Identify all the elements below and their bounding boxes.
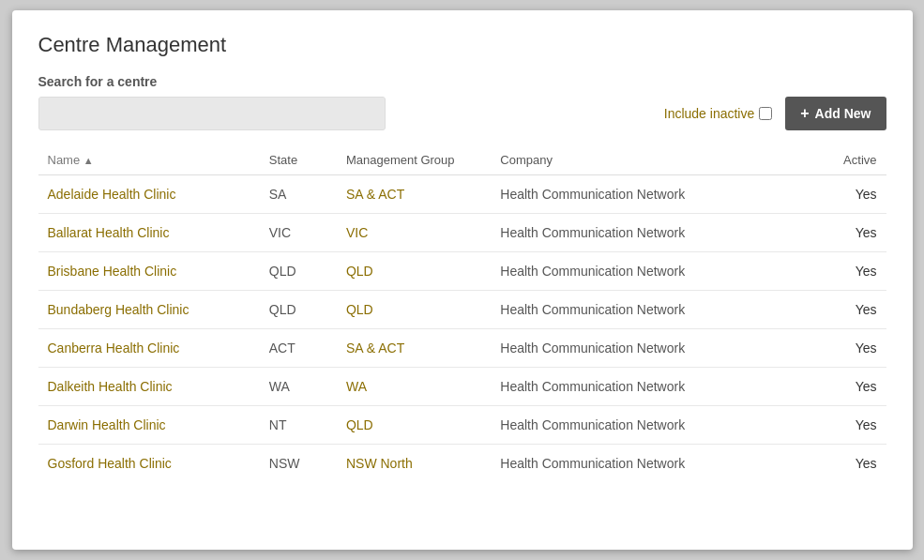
- add-new-button[interactable]: + Add New: [785, 97, 886, 130]
- include-inactive-checkbox[interactable]: [759, 107, 772, 120]
- centre-name-cell[interactable]: Canberra Health Clinic: [38, 329, 260, 368]
- col-header-company[interactable]: Company: [491, 145, 828, 175]
- centre-management-group-cell: WA: [337, 368, 491, 406]
- col-header-active[interactable]: Active: [828, 145, 886, 175]
- centre-name-cell[interactable]: Brisbane Health Clinic: [38, 252, 260, 291]
- centre-active-cell: Yes: [828, 368, 886, 406]
- centre-name-cell[interactable]: Dalkeith Health Clinic: [38, 368, 260, 406]
- centre-management-group-cell: SA & ACT: [337, 175, 491, 214]
- centre-management-group-cell: QLD: [337, 252, 491, 291]
- col-header-state[interactable]: State: [260, 145, 337, 175]
- centre-company-cell: Health Communication Network: [491, 368, 828, 406]
- centre-company-cell: Health Communication Network: [491, 445, 828, 483]
- centre-state-cell: VIC: [260, 214, 337, 252]
- table-header-row: Name ▲ State Management Group Company Ac…: [38, 145, 886, 175]
- centre-management-group-cell: VIC: [337, 214, 491, 252]
- search-controls: Include inactive + Add New: [664, 97, 886, 130]
- plus-icon: +: [800, 105, 809, 122]
- centre-name-cell[interactable]: Bundaberg Health Clinic: [38, 291, 260, 329]
- table-row: Adelaide Health ClinicSASA & ACTHealth C…: [38, 175, 886, 214]
- centre-active-cell: Yes: [828, 214, 886, 252]
- centre-company-cell: Health Communication Network: [491, 291, 828, 329]
- table-row: Ballarat Health ClinicVICVICHealth Commu…: [38, 214, 886, 252]
- centre-company-cell: Health Communication Network: [491, 252, 828, 291]
- centre-active-cell: Yes: [828, 291, 886, 329]
- include-inactive-label[interactable]: Include inactive: [664, 106, 773, 121]
- centre-management-group-cell: NSW North: [337, 445, 491, 483]
- centre-name-cell[interactable]: Ballarat Health Clinic: [38, 214, 260, 252]
- search-section-label: Search for a centre: [38, 74, 886, 89]
- centre-company-cell: Health Communication Network: [491, 214, 828, 252]
- table-row: Dalkeith Health ClinicWAWAHealth Communi…: [38, 368, 886, 406]
- table-row: Brisbane Health ClinicQLDQLDHealth Commu…: [38, 252, 886, 291]
- centre-active-cell: Yes: [828, 329, 886, 368]
- centre-active-cell: Yes: [828, 406, 886, 445]
- search-row: Include inactive + Add New: [38, 97, 886, 130]
- centres-table: Name ▲ State Management Group Company Ac…: [38, 145, 886, 482]
- centre-state-cell: SA: [260, 175, 337, 214]
- page-title: Centre Management: [38, 33, 886, 57]
- centre-name-cell[interactable]: Adelaide Health Clinic: [38, 175, 260, 214]
- centre-state-cell: WA: [260, 368, 337, 406]
- centre-company-cell: Health Communication Network: [491, 329, 828, 368]
- centre-name-cell[interactable]: Gosford Health Clinic: [38, 445, 260, 483]
- col-header-name[interactable]: Name ▲: [38, 145, 260, 175]
- centre-management-group-cell: QLD: [337, 406, 491, 445]
- centre-active-cell: Yes: [828, 252, 886, 291]
- centre-state-cell: ACT: [260, 329, 337, 368]
- search-input[interactable]: [38, 97, 386, 130]
- main-window: Centre Management Search for a centre In…: [12, 10, 913, 550]
- centre-active-cell: Yes: [828, 175, 886, 214]
- col-header-management-group[interactable]: Management Group: [337, 145, 491, 175]
- table-row: Bundaberg Health ClinicQLDQLDHealth Comm…: [38, 291, 886, 329]
- centre-management-group-cell: QLD: [337, 291, 491, 329]
- centre-management-group-cell: SA & ACT: [337, 329, 491, 368]
- centre-company-cell: Health Communication Network: [491, 175, 828, 214]
- sort-arrow-icon: ▲: [83, 155, 94, 166]
- centre-state-cell: NSW: [260, 445, 337, 483]
- centre-state-cell: QLD: [260, 291, 337, 329]
- table-row: Canberra Health ClinicACTSA & ACTHealth …: [38, 329, 886, 368]
- centre-state-cell: NT: [260, 406, 337, 445]
- centre-name-cell[interactable]: Darwin Health Clinic: [38, 406, 260, 445]
- table-row: Gosford Health ClinicNSWNSW NorthHealth …: [38, 445, 886, 483]
- centre-company-cell: Health Communication Network: [491, 406, 828, 445]
- table-row: Darwin Health ClinicNTQLDHealth Communic…: [38, 406, 886, 445]
- centre-state-cell: QLD: [260, 252, 337, 291]
- centre-active-cell: Yes: [828, 445, 886, 483]
